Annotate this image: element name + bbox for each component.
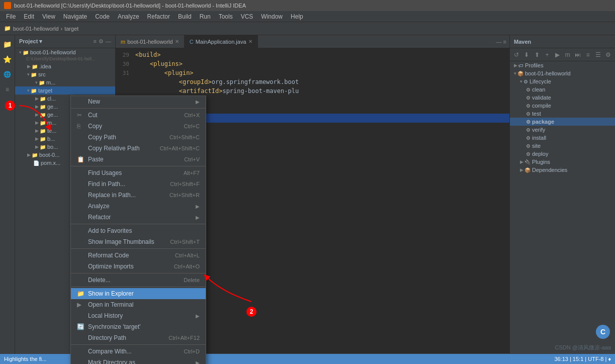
menu-item-vcs[interactable]: VCS [237, 12, 257, 21]
ctx-add-favorites[interactable]: Add to Favorites [71, 225, 206, 236]
sidebar-favorites-icon[interactable]: ⭐ [1, 52, 15, 66]
tab-pom-label: boot-01-helloworld [127, 39, 173, 45]
ctx-show-thumbnails[interactable]: Show Image Thumbnails Ctrl+Shift+T [71, 236, 206, 247]
tree-item-m[interactable]: ▾ 📁 m... [15, 78, 115, 86]
maven-item-lifecycle[interactable]: ▾ ⚙ Lifecycle [510, 77, 615, 85]
ctx-open-terminal[interactable]: ▶ Open in Terminal [71, 299, 206, 310]
project-panel-title: Project ▾ [19, 38, 42, 45]
tab-pom[interactable]: m boot-01-helloworld ✕ [116, 35, 185, 48]
ctx-compare-with[interactable]: Compare With... Ctrl+D [71, 346, 206, 357]
csdn-icon[interactable]: C [596, 325, 610, 339]
maven-btn-skip[interactable]: ⏭ [573, 50, 582, 60]
tree-item-idea[interactable]: ▶ 📁 .idea [15, 62, 115, 70]
ctx-sep-5 [71, 273, 206, 274]
project-icon-collapse[interactable]: ≡ [94, 38, 97, 45]
ctx-local-history[interactable]: Local History ▶ [71, 310, 206, 321]
ctx-reformat[interactable]: Reformat Code Ctrl+Alt+L [71, 250, 206, 261]
maven-dependencies-label: Dependencies [532, 167, 567, 173]
maven-btn-m[interactable]: m [563, 50, 572, 60]
tab-main[interactable]: C MainApplication.java ✕ [185, 35, 258, 48]
maven-item-package[interactable]: ⚙ package [510, 118, 615, 126]
maven-compile-label: compile [532, 103, 551, 109]
maven-btn-reload[interactable]: ↺ [512, 50, 521, 60]
editor-settings[interactable]: — ≡ [493, 39, 509, 45]
maven-btn-download[interactable]: ⬇ [522, 50, 531, 60]
maven-btn-toggle[interactable]: ≡ [583, 50, 592, 60]
ctx-optimize-imports[interactable]: Optimize Imports Ctrl+Alt+O [71, 261, 206, 272]
maven-site-label: site [532, 143, 541, 149]
sidebar-project-icon[interactable]: 📁 [1, 37, 15, 51]
breadcrumb-target[interactable]: target [64, 26, 78, 32]
ctx-delete[interactable]: Delete... Delete [71, 275, 206, 286]
tree-item-target[interactable]: ▾ 📁 target [15, 86, 115, 95]
menu-item-edit[interactable]: Edit [20, 12, 38, 21]
menu-item-window[interactable]: Window [257, 12, 287, 21]
sidebar-web-icon[interactable]: 🌐 [1, 67, 15, 81]
maven-item-test[interactable]: ⚙ test [510, 110, 615, 118]
menu-item-code[interactable]: Code [91, 12, 114, 21]
maven-item-deploy[interactable]: ⚙ deploy [510, 150, 615, 158]
ctx-sep-6 [71, 287, 206, 287]
ctx-show-explorer[interactable]: 📁 Show in Explorer [71, 288, 206, 299]
menu-item-analyze[interactable]: Analyze [114, 12, 143, 21]
menu-item-build[interactable]: Build [174, 12, 196, 21]
maven-item-compile[interactable]: ⚙ compile [510, 102, 615, 110]
ctx-replace-in-path[interactable]: Replace in Path... Ctrl+Shift+R [71, 190, 206, 201]
ctx-analyze[interactable]: Analyze ▶ [71, 201, 206, 212]
maven-item-project[interactable]: ▾ 📦 boot-01-helloworld [510, 69, 615, 77]
maven-btn-add[interactable]: + [543, 50, 552, 60]
ctx-refactor[interactable]: Refactor ▶ [71, 212, 206, 223]
maven-item-clean[interactable]: ⚙ clean [510, 85, 615, 94]
maven-btn-settings[interactable]: ⚙ [604, 50, 613, 60]
tab-pom-close[interactable]: ✕ [175, 39, 179, 44]
maven-header: Maven [510, 35, 615, 48]
code-line-29: 29 <build> [116, 50, 509, 59]
ctx-find-usages[interactable]: Find Usages Alt+F7 [71, 167, 206, 178]
menu-item-tools[interactable]: Tools [215, 12, 237, 21]
sidebar-structure-icon[interactable]: ≡ [1, 82, 15, 97]
maven-item-plugins[interactable]: ▶ 🔌 Plugins [510, 158, 615, 166]
maven-item-install[interactable]: ⚙ install [510, 134, 615, 142]
ctx-copy-relative-path[interactable]: Copy Relative Path Ctrl+Alt+Shift+C [71, 143, 206, 154]
menu-item-navigate[interactable]: Navigate [59, 12, 91, 21]
breadcrumb-project[interactable]: boot-01-helloworld [13, 26, 59, 32]
tree-item-src[interactable]: ▾ 📁 src [15, 70, 115, 78]
tree-root[interactable]: ▾ 📁 boot-01-helloworld [15, 48, 115, 56]
project-panel-header: Project ▾ ≡ ⚙ — [15, 35, 115, 48]
ctx-sep-1 [71, 108, 206, 109]
menu-item-help[interactable]: Help [287, 12, 307, 21]
maven-package-label: package [532, 119, 554, 125]
maven-lifecycle-label: Lifecycle [530, 78, 551, 84]
project-icon-close[interactable]: — [106, 38, 111, 45]
ctx-copy-icon: ⎘ [77, 123, 85, 130]
maven-btn-run[interactable]: ▶ [553, 50, 562, 60]
window-title: boot-01-helloworld [C:\Users\fy\Desktop\… [14, 3, 246, 9]
ctx-paste[interactable]: 📋 Paste Ctrl+V [71, 154, 206, 165]
ctx-synchronize[interactable]: 🔄 Synchronize 'target' [71, 321, 206, 332]
maven-item-dependencies[interactable]: ▶ 📦 Dependencies [510, 166, 615, 174]
maven-item-verify[interactable]: ⚙ verify [510, 126, 615, 134]
menu-item-refactor[interactable]: Refactor [143, 12, 174, 21]
ctx-cut[interactable]: ✂ Cut Ctrl+X [71, 110, 206, 121]
project-icon-gear[interactable]: ⚙ [99, 38, 104, 45]
status-left: Highlights the fi... [4, 356, 46, 362]
menu-item-view[interactable]: View [38, 12, 59, 21]
menu-item-run[interactable]: Run [196, 12, 215, 21]
maven-deploy-label: deploy [532, 151, 548, 157]
context-menu: New ▶ ✂ Cut Ctrl+X ⎘ Copy Ctrl+C Copy Pa… [70, 96, 206, 364]
ctx-copy[interactable]: ⎘ Copy Ctrl+C [71, 121, 206, 132]
ctx-directory-path[interactable]: Directory Path Ctrl+Alt+F12 [71, 332, 206, 343]
maven-profiles-label: Profiles [525, 62, 544, 68]
menu-item-file[interactable]: File [2, 12, 20, 21]
code-line-33: <artifactId>spring-boot-maven-plu [116, 86, 509, 96]
tab-main-close[interactable]: ✕ [248, 39, 252, 44]
ctx-new[interactable]: New ▶ [71, 96, 206, 107]
ctx-find-in-path[interactable]: Find in Path... Ctrl+Shift+F [71, 178, 206, 190]
ctx-copy-path[interactable]: Copy Path Ctrl+Shift+C [71, 132, 206, 143]
maven-btn-upload[interactable]: ⬆ [533, 50, 542, 60]
maven-item-profiles[interactable]: ▶ 🏷 Profiles [510, 61, 615, 69]
maven-item-site[interactable]: ⚙ site [510, 142, 615, 150]
ctx-mark-dir[interactable]: Mark Directory as ▶ [71, 357, 206, 364]
maven-btn-list[interactable]: ☰ [593, 50, 602, 60]
maven-item-validate[interactable]: ⚙ validate [510, 94, 615, 102]
